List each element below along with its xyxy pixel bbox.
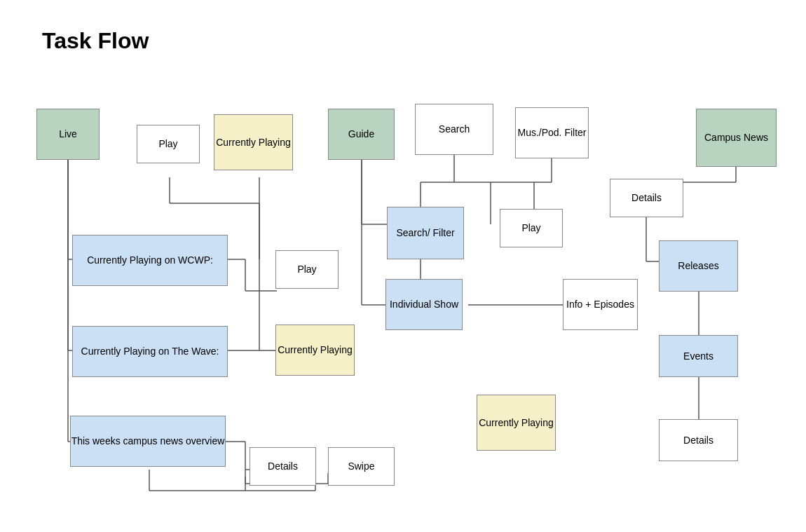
node-swipe: Swipe: [328, 447, 395, 486]
node-individual-show: Individual Show: [385, 279, 463, 330]
node-play2: Play: [275, 250, 339, 289]
node-currently-playing-mid: Currently Playing: [275, 325, 355, 376]
node-details-bottom: Details: [659, 419, 738, 461]
node-play1: Play: [137, 125, 200, 163]
node-currently-playing-top: Currently Playing: [214, 114, 293, 170]
node-releases: Releases: [659, 240, 738, 292]
node-details-top: Details: [610, 179, 683, 217]
node-info-episodes: Info + Episodes: [563, 279, 638, 330]
node-guide: Guide: [328, 109, 395, 160]
node-search: Search: [415, 104, 493, 155]
page-title: Task Flow: [42, 28, 149, 54]
node-search-filter: Search/ Filter: [387, 207, 464, 259]
node-play3: Play: [500, 209, 563, 247]
node-campus-news: Campus News: [696, 109, 777, 167]
node-currently-playing-wave: Currently Playing on The Wave:: [72, 326, 228, 377]
node-details-mid: Details: [250, 447, 316, 486]
node-campus-news-overview: This weeks campus news overview: [70, 416, 226, 467]
node-currently-playing-bottom: Currently Playing: [477, 395, 556, 451]
node-live: Live: [36, 109, 100, 160]
node-currently-playing-wcwp: Currently Playing on WCWP:: [72, 235, 228, 286]
node-mus-pod: Mus./Pod. Filter: [515, 107, 589, 158]
node-events: Events: [659, 335, 738, 377]
